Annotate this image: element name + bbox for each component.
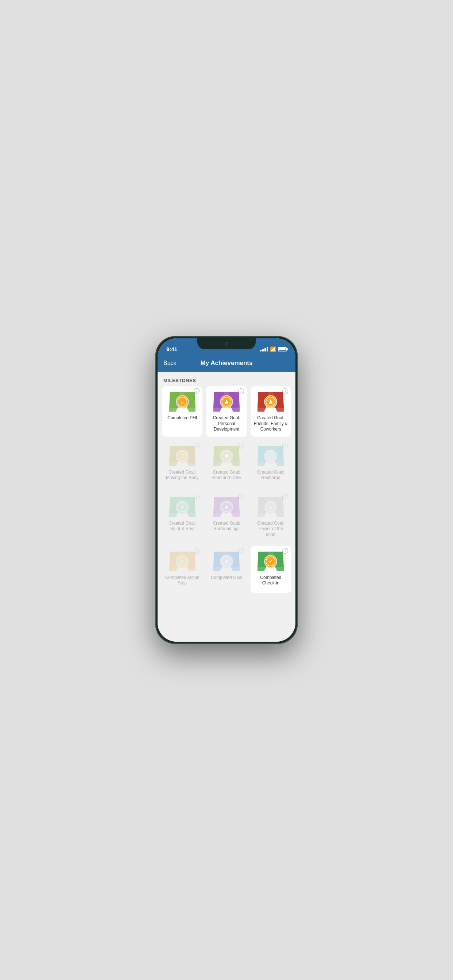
svg-marker-48: [275, 462, 284, 466]
svg-marker-93: [231, 567, 239, 571]
svg-text:♟: ♟: [268, 399, 273, 405]
svg-marker-37: [214, 462, 222, 466]
badge-label-completed-goal: Completed Goal: [211, 575, 242, 581]
badge-image-created-goal-friends: ♟: [257, 390, 284, 412]
svg-marker-10: [214, 407, 222, 412]
svg-marker-73: [257, 513, 266, 517]
svg-marker-66: [231, 513, 239, 517]
status-icons: 📶: [260, 346, 287, 352]
badge-image-completed-phi: ⌂: [169, 390, 196, 412]
svg-marker-55: [169, 513, 178, 517]
badge-label-created-goal-spirit: Created Goal: Spirit & Soul: [165, 520, 199, 532]
svg-marker-39: [231, 462, 239, 466]
badge-label-created-goal-surroundings: Created Goal: Surroundings: [209, 520, 244, 532]
svg-marker-100: [257, 567, 266, 571]
svg-text:⊙: ⊙: [268, 504, 273, 510]
svg-text:⚉: ⚉: [224, 453, 229, 459]
badge-label-completed-action-step: Completed Action Step: [165, 575, 199, 586]
status-time: 9:41: [166, 346, 177, 352]
badge-card-created-goal-mind[interactable]: i ⊙ Created Goal: Power of the Mind: [250, 492, 291, 542]
badge-label-created-goal-moving: Created Goal: Moving the Body: [165, 469, 199, 481]
camera-dot: [225, 342, 228, 345]
svg-text:♟: ♟: [224, 399, 229, 405]
badge-image-created-goal-surroundings: ⊛: [214, 496, 239, 518]
milestones-label: MILESTONES: [158, 372, 295, 386]
badge-label-created-goal-friends: Created Goal: Friends, Family & Coworker…: [254, 415, 288, 433]
badge-label-created-goal-food: Created Goal: Food and Drink: [209, 469, 244, 481]
svg-marker-1: [169, 407, 178, 412]
svg-marker-91: [214, 567, 222, 571]
badge-label-created-goal-personal: Created Goal: Personal Development: [209, 415, 244, 433]
notch: [197, 338, 256, 349]
badge-image-completed-goal: ⊚: [214, 550, 239, 572]
badge-card-completed-phi[interactable]: i ⌂ Completed PHI: [162, 386, 203, 437]
badges-grid: i ⌂ Completed PHI i: [158, 386, 295, 599]
svg-text:✓: ✓: [268, 558, 273, 565]
content-area: MILESTONES i ⌂ Completed PHI i: [158, 372, 295, 642]
badge-card-created-goal-food[interactable]: i ⚉ Created Goal: Food and Drink: [206, 441, 247, 488]
badge-image-completed-action-step: ▷: [169, 550, 196, 572]
badge-label-completed-phi: Completed PHI: [167, 415, 197, 421]
badge-label-created-goal-mind: Created Goal: Power of the Mind: [254, 520, 288, 538]
badge-image-created-goal-spirit: ✦: [169, 496, 196, 518]
svg-marker-82: [169, 567, 178, 571]
svg-marker-28: [169, 462, 178, 466]
svg-marker-30: [187, 462, 195, 466]
svg-text:⊡: ⊡: [268, 453, 273, 459]
svg-marker-84: [187, 567, 195, 571]
badge-card-completed-checkin[interactable]: i ✓ Completed Check-in: [250, 546, 291, 593]
svg-marker-46: [257, 462, 266, 466]
badge-card-created-goal-personal[interactable]: i ♟ Created Goal: Personal Development: [206, 386, 247, 437]
badge-card-created-goal-surroundings[interactable]: i ⊛ Created Goal: Surroundings: [206, 492, 247, 542]
badge-image-created-goal-mind: ⊙: [257, 496, 284, 518]
svg-marker-75: [275, 513, 284, 517]
svg-text:⊛: ⊛: [224, 504, 229, 510]
badge-card-completed-goal[interactable]: i ⊚ Completed Goal: [206, 546, 247, 593]
svg-text:⊚: ⊚: [224, 558, 229, 565]
svg-text:▷: ▷: [180, 558, 185, 565]
badge-card-completed-action-step[interactable]: i ▷ Completed Action Step: [162, 546, 203, 593]
badge-label-created-goal-recharge: Created Goal: Recharge: [254, 469, 288, 481]
phone-screen: 9:41 📶 Back My Achievements MILESTON: [158, 338, 295, 642]
badge-card-created-goal-moving[interactable]: i ⚇ Created Goal: Moving the Body: [162, 441, 203, 488]
badge-card-created-goal-spirit[interactable]: i ✦ Created Goal: Spirit & Soul: [162, 492, 203, 542]
svg-marker-12: [231, 407, 239, 412]
signal-icon: [260, 347, 268, 352]
svg-marker-3: [187, 407, 195, 412]
svg-marker-64: [214, 513, 222, 517]
badge-card-created-goal-recharge[interactable]: i ⊡ Created Goal: Recharge: [250, 441, 291, 488]
badge-image-created-goal-personal: ♟: [214, 390, 239, 412]
wifi-icon: 📶: [270, 346, 276, 352]
svg-text:⚇: ⚇: [180, 453, 185, 459]
badge-card-created-goal-friends[interactable]: i ♟ Created Goal: Friends, Family & Cowo…: [250, 386, 291, 437]
svg-marker-19: [257, 407, 266, 412]
nav-bar: Back My Achievements: [158, 355, 295, 372]
back-button[interactable]: Back: [163, 360, 177, 366]
badge-label-completed-checkin: Completed Check-in: [254, 575, 288, 586]
phone-frame: 9:41 📶 Back My Achievements MILESTON: [155, 336, 298, 644]
svg-marker-57: [187, 513, 195, 517]
badge-image-created-goal-moving: ⚇: [169, 445, 196, 467]
svg-marker-102: [275, 567, 284, 571]
battery-icon: [278, 347, 287, 352]
badge-image-created-goal-recharge: ⊡: [257, 445, 284, 467]
badge-image-created-goal-food: ⚉: [214, 445, 239, 467]
svg-text:✦: ✦: [180, 504, 185, 510]
page-title: My Achievements: [201, 360, 253, 367]
badge-image-completed-checkin: ✓: [257, 550, 284, 572]
svg-text:⌂: ⌂: [180, 399, 184, 405]
svg-marker-21: [275, 407, 284, 412]
